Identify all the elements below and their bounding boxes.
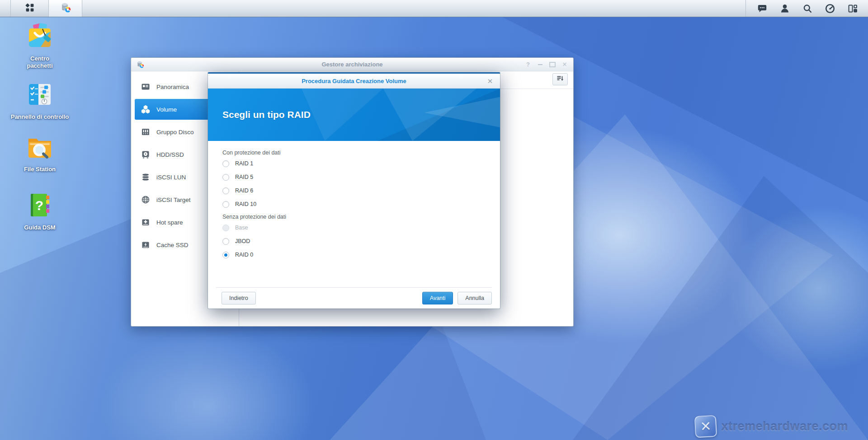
desktop-icon-label: Centro pacchetti — [20, 55, 59, 69]
radio-label: RAID 0 — [235, 252, 253, 258]
taskbar — [0, 0, 868, 17]
radio-button[interactable] — [222, 174, 229, 181]
dialog-banner: Scegli un tipo RAID — [208, 89, 500, 141]
maximize-button[interactable] — [548, 61, 557, 69]
desktop-icon-centro-pacchetti[interactable]: Centro pacchetti — [4, 22, 76, 69]
watermark-text: xtremehardware.com — [721, 420, 848, 434]
back-button[interactable]: Indietro — [222, 292, 256, 304]
dialog-body: Con protezione dei dati RAID 1 RAID 5 RA… — [208, 141, 500, 262]
sidebar-item-label: Hot spare — [156, 219, 183, 226]
dsm-help-icon: ? — [25, 191, 54, 221]
storage-manager-icon — [59, 1, 72, 16]
storage-manager-icon — [136, 60, 145, 69]
desktop-icon-label: Guida DSM — [24, 224, 55, 231]
radio-raid-1[interactable]: RAID 1 — [222, 157, 486, 170]
radio-button[interactable] — [222, 238, 229, 245]
dialog-divider — [216, 287, 492, 288]
radio-label: RAID 6 — [235, 187, 253, 194]
dialog-footer: Indietro Avanti Annulla — [222, 292, 492, 304]
notifications-icon[interactable] — [757, 3, 768, 14]
radio-raid-0[interactable]: RAID 0 — [222, 248, 486, 262]
radio-label: RAID 10 — [235, 201, 256, 207]
group-label-unprotected: Senza protezione dei dati — [222, 213, 486, 221]
dsm-desktop: Centro pacchetti — [0, 0, 868, 440]
disk-group-icon — [141, 127, 150, 136]
user-icon[interactable] — [779, 3, 790, 14]
dialog-heading: Scegli un tipo RAID — [222, 109, 311, 120]
radio-label: Base — [235, 225, 248, 231]
radio-base: Base — [222, 221, 486, 234]
desktop-icon-file-station[interactable]: File Station — [4, 132, 76, 173]
radio-label: RAID 5 — [235, 174, 253, 180]
svg-text:?: ? — [35, 198, 43, 213]
radio-label: JBOD — [235, 238, 250, 244]
window-controls: ? ✕ — [524, 61, 569, 69]
desktop-icon-pannello-di-controllo[interactable]: Pannello di controllo — [4, 80, 76, 121]
desktop-icon-label: File Station — [24, 166, 56, 173]
overview-icon — [141, 82, 150, 91]
x-logo-icon: ✕ — [694, 415, 717, 438]
sidebar-item-label: iSCSI Target — [156, 197, 191, 203]
radio-raid-5[interactable]: RAID 5 — [222, 170, 486, 184]
radio-label: RAID 1 — [235, 160, 253, 167]
radio-button[interactable] — [222, 187, 229, 194]
watermark: ✕ xtremehardware.com — [695, 416, 848, 437]
group-label-protected: Con protezione dei dati — [222, 149, 486, 157]
minimize-button[interactable] — [536, 61, 544, 69]
window-titlebar[interactable]: Gestore archiviazione ? ✕ — [131, 58, 573, 71]
iscsi-target-icon — [141, 195, 150, 204]
hot-spare-icon — [141, 218, 150, 227]
package-center-icon — [25, 22, 54, 52]
radio-button[interactable] — [222, 201, 229, 208]
taskbar-tray — [745, 0, 868, 17]
radio-button[interactable] — [222, 160, 229, 167]
window-title: Gestore archiviazione — [131, 61, 573, 68]
hdd-icon — [141, 150, 150, 159]
radio-raid-6[interactable]: RAID 6 — [222, 184, 486, 197]
radio-jbod[interactable]: JBOD — [222, 234, 486, 248]
dialog-titlebar[interactable]: Procedura Guidata Creazione Volume ✕ — [208, 74, 500, 89]
cache-ssd-icon — [141, 240, 150, 249]
help-button[interactable]: ? — [524, 61, 532, 69]
main-menu-icon — [24, 2, 35, 15]
iscsi-lun-icon — [141, 173, 150, 182]
sidebar-item-label: Cache SSD — [156, 242, 189, 248]
sort-button[interactable] — [552, 73, 568, 85]
sidebar-item-label: Volume — [156, 106, 177, 113]
radio-button — [222, 225, 229, 231]
cancel-button[interactable]: Annulla — [458, 292, 492, 304]
close-button[interactable]: ✕ — [561, 61, 569, 69]
sidebar-item-label: Gruppo Disco — [156, 129, 194, 136]
resource-monitor-icon[interactable] — [825, 3, 835, 14]
taskbar-storage-manager-button[interactable] — [49, 0, 82, 17]
search-icon[interactable] — [802, 3, 813, 14]
volume-wizard-dialog: Procedura Guidata Creazione Volume ✕ Sce… — [208, 72, 500, 309]
volume-icon — [141, 105, 150, 114]
file-station-icon — [25, 132, 54, 163]
taskbar-left-segment — [0, 0, 11, 17]
sort-descending-icon — [556, 75, 564, 84]
next-button[interactable]: Avanti — [422, 292, 453, 304]
radio-raid-10[interactable]: RAID 10 — [222, 197, 486, 211]
sidebar-item-label: iSCSI LUN — [156, 174, 186, 181]
desktop-icon-label: Pannello di controllo — [11, 113, 69, 121]
desktop-icon-guida-dsm[interactable]: ? Guida DSM — [4, 191, 76, 231]
pilot-view-icon[interactable] — [847, 3, 858, 14]
sidebar-item-label: HDD/SSD — [156, 151, 184, 158]
desktop-icon-grid: Centro pacchetti — [4, 22, 76, 231]
sidebar-item-label: Panoramica — [156, 84, 189, 90]
radio-button[interactable] — [222, 252, 229, 258]
wallpaper-glow — [81, 316, 335, 440]
dialog-title: Procedura Guidata Creazione Volume — [302, 78, 406, 84]
main-menu-button[interactable] — [11, 0, 49, 17]
control-panel-icon — [25, 80, 54, 111]
dialog-close-icon[interactable]: ✕ — [486, 77, 495, 86]
